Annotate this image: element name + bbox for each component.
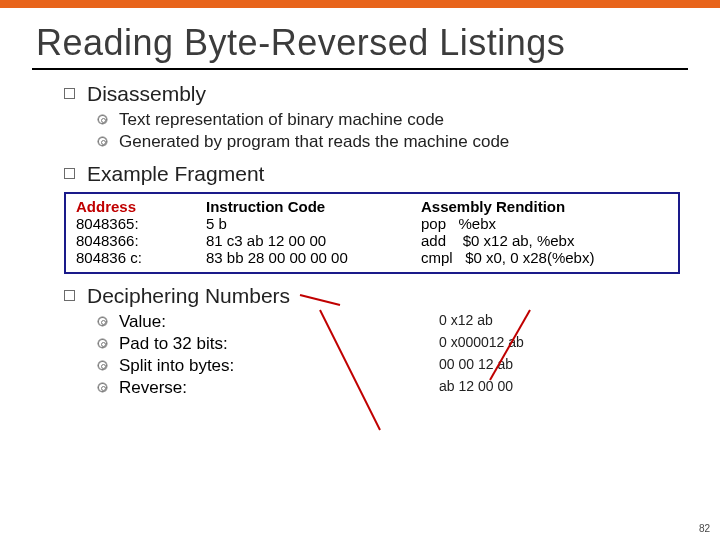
col-address-header: Address bbox=[76, 198, 206, 215]
square-bullet-icon bbox=[64, 88, 75, 99]
decipher-row: Value: 0 x12 ab bbox=[98, 312, 690, 332]
addr-cell: 8048365: bbox=[76, 215, 206, 232]
asm-cell: pop %ebx bbox=[421, 215, 668, 232]
table-row: 804836 c: 83 bb 28 00 00 00 00 cmpl $0 x… bbox=[76, 249, 668, 266]
table-row: 8048366: 81 c3 ab 12 00 00 add $0 x12 ab… bbox=[76, 232, 668, 249]
decipher-label: Pad to 32 bits: bbox=[119, 334, 439, 354]
code-cell: 81 c3 ab 12 00 00 bbox=[206, 232, 421, 249]
addr-cell: 804836 c: bbox=[76, 249, 206, 266]
heading-decipher: Deciphering Numbers bbox=[87, 284, 290, 308]
ring-bullet-icon bbox=[98, 317, 107, 326]
code-cell: 83 bb 28 00 00 00 00 bbox=[206, 249, 421, 266]
decipher-value: 0 x12 ab bbox=[439, 312, 493, 328]
ring-bullet-icon bbox=[98, 339, 107, 348]
decipher-value: 00 00 12 ab bbox=[439, 356, 513, 372]
accent-bar bbox=[0, 0, 720, 8]
subbullet: Text representation of binary machine co… bbox=[98, 110, 690, 130]
subbullet: Generated by program that reads the mach… bbox=[98, 132, 690, 152]
bullet-decipher: Deciphering Numbers bbox=[64, 284, 690, 308]
ring-bullet-icon bbox=[98, 115, 107, 124]
table-row: 8048365: 5 b pop %ebx bbox=[76, 215, 668, 232]
square-bullet-icon bbox=[64, 168, 75, 179]
col-instr-header: Instruction Code bbox=[206, 198, 421, 215]
decipher-label: Split into bytes: bbox=[119, 356, 439, 376]
ring-bullet-icon bbox=[98, 383, 107, 392]
decipher-label: Value: bbox=[119, 312, 439, 332]
code-cell: 5 b bbox=[206, 215, 421, 232]
slide-content: Disassembly Text representation of binar… bbox=[64, 82, 690, 398]
asm-cell: cmpl $0 x0, 0 x28(%ebx) bbox=[421, 249, 668, 266]
col-asm-header: Assembly Rendition bbox=[421, 198, 668, 215]
sub-text: Text representation of binary machine co… bbox=[119, 110, 444, 130]
page-title: Reading Byte-Reversed Listings bbox=[36, 22, 720, 64]
decipher-row: Split into bytes: 00 00 12 ab bbox=[98, 356, 690, 376]
asm-cell: add $0 x12 ab, %ebx bbox=[421, 232, 668, 249]
heading-disassembly: Disassembly bbox=[87, 82, 206, 106]
decipher-value: 0 x000012 ab bbox=[439, 334, 524, 350]
title-rule bbox=[32, 68, 688, 70]
ring-bullet-icon bbox=[98, 361, 107, 370]
heading-example: Example Fragment bbox=[87, 162, 264, 186]
decipher-label: Reverse: bbox=[119, 378, 439, 398]
bullet-example: Example Fragment bbox=[64, 162, 690, 186]
decipher-row: Pad to 32 bits: 0 x000012 ab bbox=[98, 334, 690, 354]
addr-cell: 8048366: bbox=[76, 232, 206, 249]
sub-text: Generated by program that reads the mach… bbox=[119, 132, 509, 152]
decipher-row: Reverse: ab 12 00 00 bbox=[98, 378, 690, 398]
square-bullet-icon bbox=[64, 290, 75, 301]
ring-bullet-icon bbox=[98, 137, 107, 146]
page-number: 82 bbox=[699, 523, 710, 534]
code-table: Address Instruction Code Assembly Rendit… bbox=[64, 192, 680, 274]
bullet-disassembly: Disassembly bbox=[64, 82, 690, 106]
decipher-value: ab 12 00 00 bbox=[439, 378, 513, 394]
